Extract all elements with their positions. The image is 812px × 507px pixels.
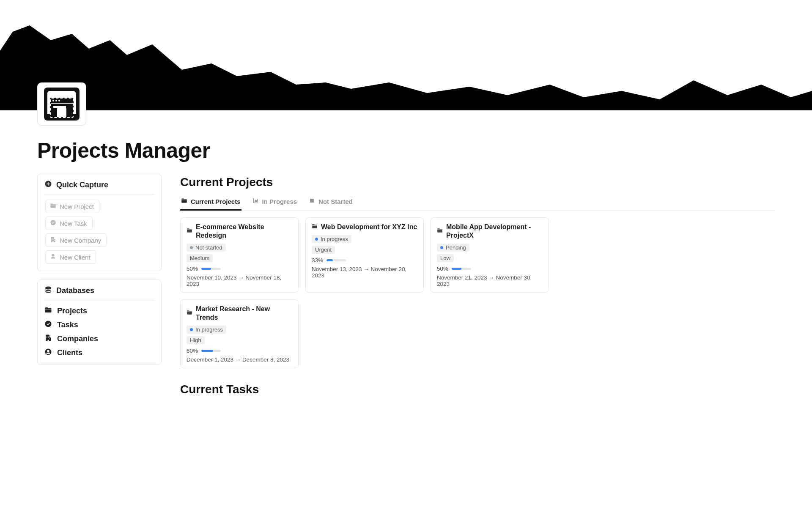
cover-image (0, 0, 812, 110)
db-label: Companies (57, 334, 98, 343)
project-card[interactable]: Web Development for XYZ IncIn progressUr… (305, 217, 424, 293)
chart-icon (252, 197, 259, 205)
page-title: Projects Manager (37, 110, 775, 163)
db-clients-link[interactable]: Clients (44, 348, 154, 358)
db-tasks-link[interactable]: Tasks (44, 320, 154, 330)
building-icon (44, 334, 52, 344)
db-label: Clients (57, 348, 82, 357)
tab-label: Not Started (318, 198, 353, 205)
folder-icon (181, 197, 187, 205)
priority-badge: Low (437, 254, 454, 262)
page-icon[interactable] (37, 82, 86, 126)
progress-bar (201, 350, 221, 352)
project-title: Market Research - New Trends (196, 305, 292, 322)
project-title: Web Development for XYZ Inc (321, 223, 417, 231)
databases-panel: Databases Projects Tasks Companies (37, 280, 162, 365)
project-title: E-commerce Website Redesign (196, 223, 292, 240)
current-tasks-heading: Current Tasks (180, 383, 775, 396)
project-title: Mobile App Development - ProjectX (446, 223, 543, 240)
status-label: Pending (446, 244, 466, 251)
check-circle-icon (44, 320, 52, 330)
db-label: Tasks (57, 321, 78, 329)
status-label: In progress (321, 236, 348, 242)
chip-label: New Client (60, 254, 91, 261)
quick-capture-title: Quick Capture (56, 181, 108, 189)
project-card[interactable]: E-commerce Website RedesignNot startedMe… (180, 217, 299, 293)
progress-row: 50% (187, 266, 292, 272)
status-badge: Not started (187, 244, 226, 252)
folder-icon (187, 310, 192, 317)
status-badge: Pending (437, 244, 469, 252)
status-label: Not started (195, 244, 222, 251)
new-task-button[interactable]: New Task (45, 217, 93, 230)
progress-percent: 50% (187, 266, 198, 272)
progress-percent: 60% (187, 348, 198, 354)
new-project-button[interactable]: New Project (45, 200, 99, 213)
current-projects-heading: Current Projects (180, 175, 775, 189)
square-icon (309, 197, 315, 205)
person-icon (50, 253, 56, 261)
date-range: November 10, 2023 → November 18, 2023 (187, 274, 292, 287)
progress-bar (201, 268, 221, 270)
progress-bar (452, 268, 471, 270)
progress-row: 33% (312, 257, 417, 263)
quick-capture-panel: Quick Capture New Project New Task New C… (37, 174, 162, 271)
date-range: November 13, 2023 → November 20, 2023 (312, 266, 417, 279)
plus-circle-icon (44, 180, 52, 190)
priority-badge: Medium (187, 254, 213, 262)
tab-in-progress[interactable]: In Progress (252, 194, 298, 211)
databases-title: Databases (56, 286, 94, 295)
date-range: November 21, 2023 → November 30, 2023 (437, 274, 543, 287)
folder-icon (437, 227, 443, 235)
tab-not-started[interactable]: Not Started (308, 194, 354, 211)
db-label: Projects (57, 307, 87, 315)
databases-header: Databases (44, 286, 154, 300)
status-badge: In progress (312, 235, 351, 243)
priority-badge: Urgent (312, 246, 335, 254)
chip-label: New Company (60, 237, 101, 244)
projects-tabs: Current Projects In Progress Not Started (180, 194, 775, 211)
folder-icon (44, 306, 52, 316)
progress-bar (326, 259, 346, 261)
new-company-button[interactable]: New Company (45, 233, 107, 247)
project-card[interactable]: Market Research - New TrendsIn progressH… (180, 299, 299, 368)
priority-badge: High (187, 336, 205, 344)
progress-percent: 50% (437, 266, 448, 272)
database-icon (44, 286, 52, 296)
chip-label: New Project (60, 203, 94, 210)
status-badge: In progress (187, 326, 226, 334)
db-projects-link[interactable]: Projects (44, 306, 154, 316)
chip-label: New Task (60, 220, 87, 227)
tab-label: In Progress (262, 198, 297, 205)
tab-label: Current Projects (191, 198, 241, 205)
check-circle-icon (50, 219, 56, 227)
building-icon (50, 236, 56, 244)
project-cards-grid: E-commerce Website RedesignNot startedMe… (180, 217, 775, 368)
progress-row: 60% (187, 348, 292, 354)
project-card[interactable]: Mobile App Development - ProjectXPending… (431, 217, 549, 293)
date-range: December 1, 2023 → December 8, 2023 (187, 356, 292, 363)
db-companies-link[interactable]: Companies (44, 334, 154, 344)
quick-capture-header: Quick Capture (44, 180, 154, 195)
folder-icon (187, 227, 192, 235)
folder-icon (50, 203, 56, 210)
user-circle-icon (44, 348, 52, 358)
tab-current-projects[interactable]: Current Projects (180, 194, 241, 211)
new-client-button[interactable]: New Client (45, 250, 96, 264)
progress-row: 50% (437, 266, 543, 272)
folder-icon (312, 223, 318, 231)
status-label: In progress (195, 326, 223, 333)
progress-percent: 33% (312, 257, 323, 263)
